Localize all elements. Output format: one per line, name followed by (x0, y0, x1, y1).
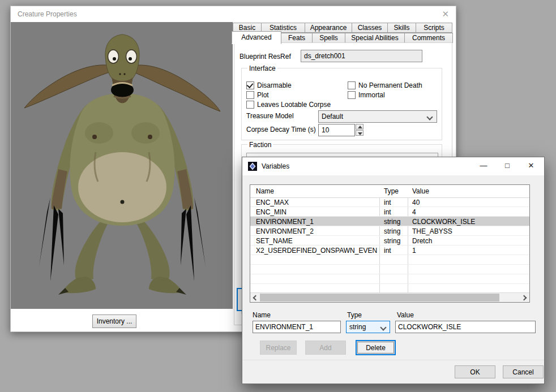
corpse-decay-input[interactable]: 10 (318, 124, 355, 136)
treasure-model-dropdown[interactable]: Default (318, 110, 437, 123)
replace-button[interactable]: Replace (260, 341, 297, 355)
cell-type: int (384, 208, 391, 216)
scroll-right-icon[interactable] (520, 293, 529, 302)
faction-group-title: Faction (247, 141, 273, 149)
table-row[interactable]: ENC_MAXint40 (250, 197, 529, 207)
interface-group: Interface DisarmablePlotLeaves Lootable … (241, 68, 442, 140)
variable-value-input[interactable] (395, 321, 536, 333)
corpse-decay-label: Corpse Decay Time (s) (246, 126, 316, 133)
ok-button[interactable]: OK (455, 365, 495, 378)
cell-value: THE_ABYSS (412, 227, 452, 235)
chevron-down-icon (380, 324, 386, 330)
tab-special-abilities[interactable]: Special Abilities (345, 33, 405, 43)
variables-dialog-titlebar[interactable]: Variables — □ ✕ (242, 157, 544, 175)
horizontal-scrollbar[interactable] (250, 292, 529, 302)
corpse-decay-value: 10 (322, 126, 329, 134)
cell-type: string (384, 227, 400, 235)
checkbox-label: Leaves Lootable Corpse (257, 101, 331, 109)
tab-scripts[interactable]: Scripts (416, 23, 452, 33)
blueprint-resref-field[interactable]: ds_dretch001 (301, 50, 422, 62)
creature-dialog-title: Creature Properties (18, 10, 77, 18)
checkbox-no-permanent-death[interactable]: No Permanent Death (348, 81, 422, 89)
column-header-type[interactable]: Type (384, 187, 399, 195)
creature-dialog-titlebar[interactable]: Creature Properties ✕ (11, 6, 456, 22)
cell-value: 4 (412, 208, 416, 216)
dialog-footer: OK Cancel (242, 360, 544, 384)
checkbox-label: Immortal (358, 91, 385, 99)
table-row[interactable]: X2_USERDEFINED_ONSPAWN_EVENTSint1 (250, 245, 529, 255)
tab-row-front: AdvancedFeatsSpellsSpecial AbilitiesComm… (232, 33, 452, 43)
checkbox-leaves-lootable-corpse[interactable]: Leaves Lootable Corpse (246, 101, 331, 109)
cell-name: SET_NAME (256, 237, 377, 245)
table-row[interactable]: ENVIRONMENT_2stringTHE_ABYSS (250, 226, 529, 236)
cell-type: string (384, 218, 400, 226)
checkbox-label: Plot (257, 91, 269, 99)
variables-table: Name Type Value ENC_MAXint40ENC_MINint4E… (250, 184, 530, 303)
checkbox-immortal[interactable]: Immortal (348, 91, 385, 99)
tab-feats[interactable]: Feats (281, 33, 313, 43)
inventory-button[interactable]: Inventory ... (92, 315, 136, 328)
empty-table-row[interactable] (250, 255, 529, 265)
cell-name: ENVIRONMENT_2 (256, 227, 377, 235)
table-row[interactable]: ENVIRONMENT_1stringCLOCKWORK_ISLE (250, 217, 529, 226)
unchecked-box-icon (348, 81, 356, 89)
blueprint-resref-value: ds_dretch001 (304, 52, 345, 60)
down-arrow-icon (358, 132, 362, 135)
chevron-down-icon (426, 114, 433, 120)
interface-group-title: Interface (247, 64, 277, 72)
minimize-icon[interactable]: — (472, 157, 495, 175)
maximize-icon[interactable]: □ (495, 157, 519, 175)
variables-dialog: Variables — □ ✕ Name Type Value ENC_MAXi… (242, 157, 545, 384)
cell-name: X2_USERDEFINED_ONSPAWN_EVENTS (256, 247, 377, 255)
variable-name-label: Name (253, 311, 271, 319)
cell-name: ENC_MAX (256, 199, 377, 206)
window-controls: — □ ✕ (472, 157, 543, 175)
variable-name-input[interactable] (253, 321, 341, 333)
spinner-up-button[interactable] (356, 124, 363, 130)
variable-type-dropdown[interactable]: string (346, 321, 390, 333)
tab-comments[interactable]: Comments (404, 33, 453, 43)
column-header-value[interactable]: Value (412, 187, 429, 195)
cell-value: 1 (412, 247, 416, 255)
cell-name: ENC_MIN (256, 208, 377, 216)
variable-type-label: Type (347, 311, 362, 319)
cell-name: ENVIRONMENT_1 (256, 218, 377, 226)
cancel-button[interactable]: Cancel (503, 365, 544, 378)
table-row[interactable]: ENC_MINint4 (250, 207, 529, 217)
cell-type: int (384, 199, 391, 206)
checkbox-label: Disarmable (257, 81, 292, 89)
cell-value: 40 (412, 199, 420, 206)
checked-box-icon (246, 81, 254, 89)
cell-type: string (384, 237, 400, 245)
close-icon[interactable]: ✕ (519, 157, 543, 175)
treasure-model-label: Treasure Model (246, 112, 294, 120)
creature-preview-viewport[interactable] (11, 22, 233, 309)
scroll-left-icon[interactable] (250, 293, 260, 302)
variable-type-value: string (349, 323, 366, 331)
checkbox-plot[interactable]: Plot (246, 91, 269, 99)
up-arrow-icon (358, 126, 362, 128)
add-button[interactable]: Add (305, 341, 346, 355)
scrollbar-thumb[interactable] (260, 294, 499, 301)
close-icon[interactable]: ✕ (442, 9, 449, 19)
empty-table-row[interactable] (250, 274, 529, 284)
unchecked-box-icon (246, 91, 254, 99)
tab-appearance[interactable]: Appearance (305, 23, 352, 33)
corpse-decay-stepper (356, 124, 363, 136)
variables-app-icon (248, 162, 257, 171)
tab-classes[interactable]: Classes (352, 23, 388, 33)
variable-value-label: Value (397, 311, 414, 319)
checkbox-disarmable[interactable]: Disarmable (246, 81, 292, 89)
table-row[interactable]: SET_NAMEstringDretch (250, 236, 529, 245)
column-header-name[interactable]: Name (256, 187, 377, 195)
tab-advanced[interactable]: Advanced (232, 31, 281, 44)
delete-button[interactable]: Delete (356, 340, 396, 355)
cell-value: Dretch (412, 237, 432, 245)
tab-skills[interactable]: Skills (387, 23, 416, 33)
unchecked-box-icon (348, 91, 356, 99)
empty-table-row[interactable] (250, 265, 529, 274)
spinner-down-button[interactable] (356, 130, 363, 136)
cell-value: CLOCKWORK_ISLE (412, 218, 475, 226)
checkbox-label: No Permanent Death (358, 81, 422, 89)
tab-spells[interactable]: Spells (312, 33, 345, 43)
